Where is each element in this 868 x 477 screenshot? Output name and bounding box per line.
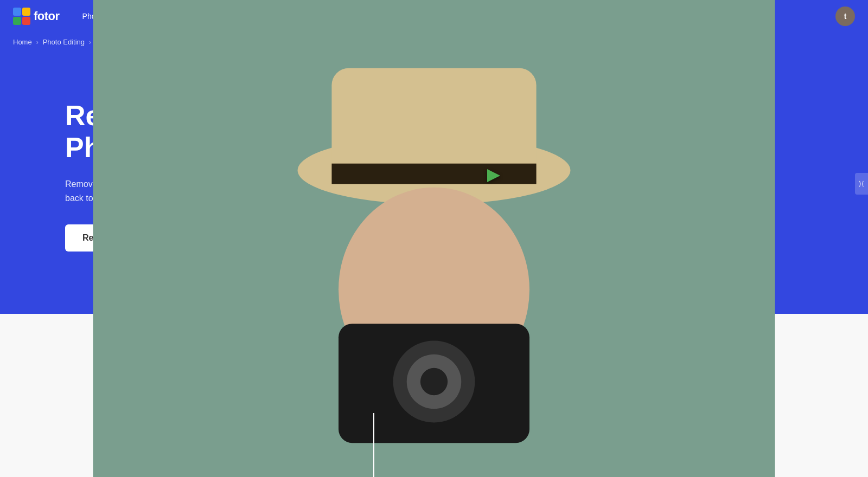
gallery-item-small[interactable]	[571, 413, 679, 477]
svg-rect-43	[571, 413, 679, 477]
svg-marker-17	[487, 169, 500, 182]
gallery-divider	[373, 413, 374, 477]
gallery-small-image	[571, 413, 679, 477]
main-section: Remove Filters from Photos Instantly Bef…	[0, 314, 868, 477]
arrow-right-icon	[481, 167, 507, 184]
gallery-row: Before After	[65, 413, 803, 477]
comparison-arrow	[481, 167, 507, 184]
